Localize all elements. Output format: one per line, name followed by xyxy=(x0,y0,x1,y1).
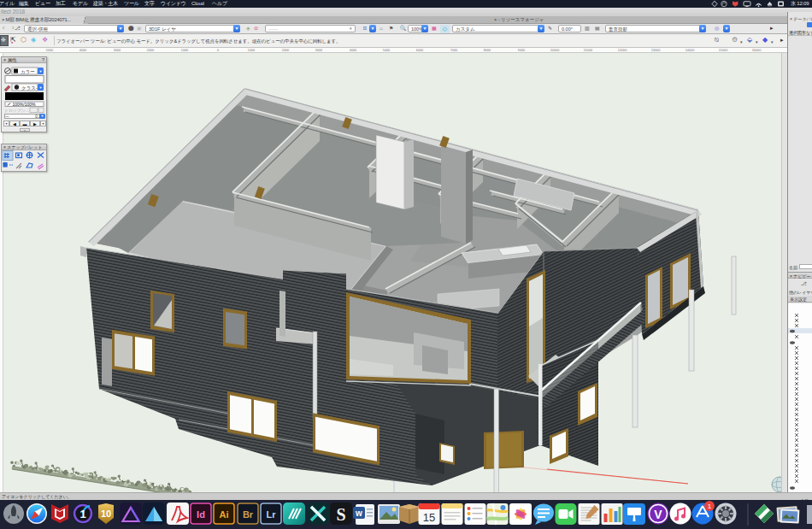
svg-text:3000: 3000 xyxy=(114,48,121,51)
svg-text:10: 10 xyxy=(101,508,111,519)
svg-text:4000: 4000 xyxy=(79,48,86,51)
svg-text:12000: 12000 xyxy=(618,48,627,51)
svg-text:15000: 15000 xyxy=(719,48,728,51)
svg-text:13000: 13000 xyxy=(651,48,661,51)
svg-text:クラス-: クラス- xyxy=(21,85,38,91)
svg-text:ドロップシ…: ドロップシ… xyxy=(4,109,30,113)
svg-text:▼: ▼ xyxy=(39,69,43,73)
svg-text:2000: 2000 xyxy=(147,48,154,51)
svg-text:10000: 10000 xyxy=(550,48,560,51)
svg-text:9000: 9000 xyxy=(518,48,525,51)
svg-text:2000: 2000 xyxy=(282,48,289,51)
svg-text:5000: 5000 xyxy=(383,48,390,51)
svg-text:Ai: Ai xyxy=(220,509,229,520)
svg-text:V: V xyxy=(654,508,662,521)
svg-text:1000: 1000 xyxy=(248,48,255,51)
svg-text:w: w xyxy=(355,508,362,518)
svg-text:4000: 4000 xyxy=(350,48,356,51)
svg-text:S: S xyxy=(336,505,345,524)
svg-text:Br: Br xyxy=(243,509,254,520)
svg-text:1: 1 xyxy=(79,508,85,520)
svg-text:14000: 14000 xyxy=(685,48,695,51)
svg-text:1000: 1000 xyxy=(181,48,188,51)
svg-text:6000: 6000 xyxy=(416,48,423,51)
svg-text:1: 1 xyxy=(708,503,712,510)
svg-text:7000: 7000 xyxy=(450,48,457,51)
svg-text:3000: 3000 xyxy=(315,48,322,51)
svg-text:Lr: Lr xyxy=(267,509,277,520)
svg-text:0: 0 xyxy=(217,48,219,51)
svg-text:16000: 16000 xyxy=(752,48,762,51)
svg-text:5000: 5000 xyxy=(46,48,53,51)
svg-text:100%/100%: 100%/100% xyxy=(13,102,37,107)
svg-text:Id: Id xyxy=(197,509,205,520)
svg-text:11000: 11000 xyxy=(584,48,592,51)
svg-text:▼: ▼ xyxy=(39,85,43,90)
svg-text:カラー: カラー xyxy=(21,69,35,74)
svg-text:8000: 8000 xyxy=(484,48,491,51)
svg-text:15: 15 xyxy=(423,511,435,524)
